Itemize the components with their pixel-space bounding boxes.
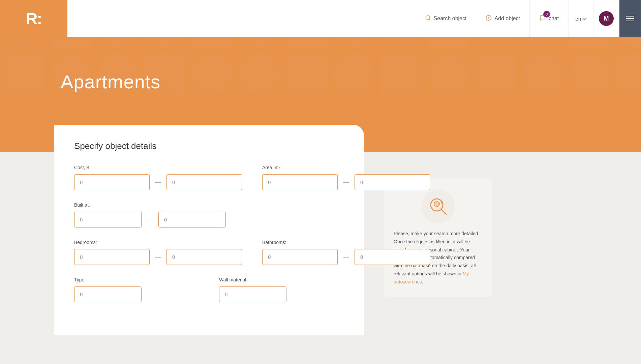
add-icon: [486, 15, 492, 23]
svg-line-31: [441, 210, 446, 214]
bedrooms-section: Bedrooms: —: [74, 240, 242, 265]
hamburger-menu[interactable]: [619, 0, 641, 37]
wall-material-section: Wall material:: [219, 277, 344, 302]
area-dash: —: [343, 179, 349, 186]
bathrooms-label: Bathrooms:: [262, 240, 430, 245]
search-heart-icon: [427, 195, 449, 217]
chat-badge: 0: [543, 11, 550, 18]
hero-content: Apartments: [0, 37, 641, 120]
built-section: Built at: —: [74, 202, 344, 228]
cost-min-input[interactable]: [74, 174, 150, 190]
type-input[interactable]: [74, 286, 142, 302]
form-title: Specify object details: [74, 141, 344, 151]
hamburger-icon: [626, 16, 634, 21]
logo: R:: [26, 9, 42, 28]
wall-material-input[interactable]: [219, 286, 286, 302]
built-max-input[interactable]: [158, 212, 226, 228]
area-label: Area, m²:: [262, 165, 430, 170]
area-section: Area, m²: —: [262, 165, 430, 190]
svg-point-0: [426, 16, 430, 20]
bedrooms-range: —: [74, 249, 242, 265]
cost-section: Cost, $ —: [74, 165, 242, 190]
chat-icon-wrap: 0: [539, 15, 546, 23]
bathrooms-range: —: [262, 249, 430, 265]
area-max-input[interactable]: [355, 174, 430, 190]
lang-label: en: [575, 16, 581, 22]
cost-label: Cost, $: [74, 165, 242, 170]
type-label: Type:: [74, 277, 199, 282]
search-nav-item[interactable]: Search object: [416, 0, 477, 37]
info-card: Please, make your search more detailed. …: [384, 179, 492, 297]
built-min-input[interactable]: [74, 212, 142, 228]
built-range: —: [74, 212, 344, 228]
bedrooms-dash: —: [155, 253, 161, 261]
type-input-wrap: [74, 286, 199, 302]
form-panel: Specify object details Cost, $ — Area, m…: [54, 125, 364, 335]
user-avatar-wrap[interactable]: M: [593, 0, 619, 37]
nav-items: Search object Add object 0 chat: [416, 0, 569, 37]
avatar: M: [599, 11, 614, 26]
bedrooms-max-input[interactable]: [166, 249, 242, 265]
info-text-part2: .: [422, 279, 423, 284]
cost-dash: —: [155, 179, 161, 186]
bathrooms-section: Bathrooms: —: [262, 240, 430, 265]
cost-range: —: [74, 174, 242, 190]
search-icon: [425, 15, 431, 23]
main-content: Specify object details Cost, $ — Area, m…: [0, 152, 641, 335]
bedrooms-min-input[interactable]: [74, 249, 150, 265]
bedrooms-label: Bedrooms:: [74, 240, 242, 245]
area-range: —: [262, 174, 430, 190]
chat-nav-item[interactable]: 0 chat: [530, 0, 569, 37]
cost-max-input[interactable]: [166, 174, 242, 190]
bathrooms-max-input[interactable]: [355, 249, 430, 265]
header: R: Search object Add object: [0, 0, 641, 37]
logo-area[interactable]: R:: [0, 0, 67, 37]
area-min-input[interactable]: [262, 174, 338, 190]
bedrooms-bathrooms-row: Bedrooms: — Bathrooms: —: [74, 240, 344, 277]
built-label: Built at:: [74, 202, 344, 208]
type-wall-row: Type: Wall material:: [74, 277, 344, 314]
search-label: Search object: [434, 16, 467, 22]
cost-area-row: Cost, $ — Area, m²: —: [74, 165, 344, 202]
add-label: Add object: [494, 16, 520, 22]
bathrooms-min-input[interactable]: [262, 249, 338, 265]
add-object-nav-item[interactable]: Add object: [476, 0, 530, 37]
built-dash: —: [147, 216, 153, 223]
wall-input-wrap: [219, 286, 344, 302]
chat-label: chat: [549, 16, 559, 22]
info-icon-wrap: [421, 189, 455, 223]
type-section: Type:: [74, 277, 199, 302]
bathrooms-dash: —: [343, 253, 349, 261]
wall-material-label: Wall material:: [219, 277, 344, 282]
hero-title: Apartments: [61, 71, 641, 93]
chevron-down-icon: [582, 16, 586, 22]
language-selector[interactable]: en: [569, 0, 593, 37]
header-nav: Search object Add object 0 chat: [67, 0, 641, 37]
